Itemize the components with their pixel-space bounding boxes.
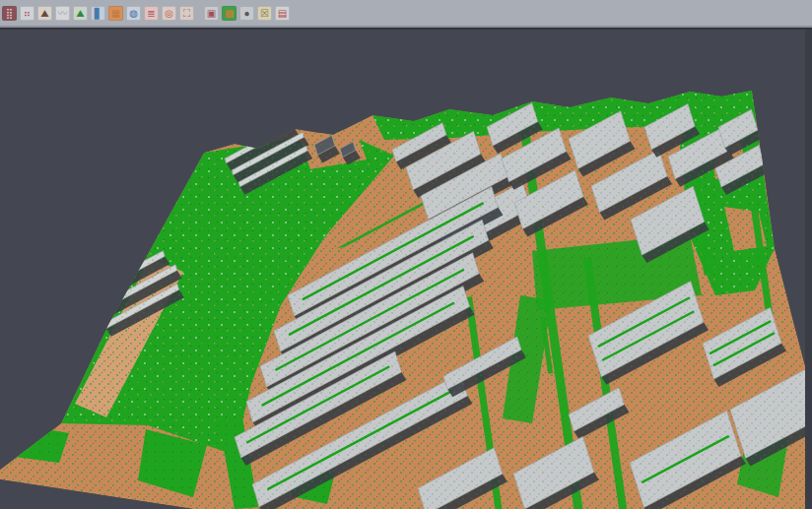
render-sphere-icon[interactable]: ● [239,6,254,21]
orthophoto-icon[interactable]: ▦ [108,6,123,21]
open-point-cloud-icon[interactable]: ⣿ [2,6,17,21]
crop-region-icon[interactable]: ⛶ [179,6,194,21]
profile-view-icon[interactable]: ▋ [91,6,105,21]
snapshot-icon[interactable]: ▣ [204,6,219,21]
main-toolbar: ⣿⠶⛰〰⛰▋▦◍≣◎⛶▣▩●☒▤ [0,0,812,28]
clear-selection-icon[interactable]: ☒ [257,6,272,21]
layer-stack-icon[interactable]: ≣ [144,6,159,21]
dtm-terrain-icon[interactable]: ⛰ [73,6,88,21]
dsm-terrain-icon[interactable]: ⛰ [37,6,52,21]
globe-icon[interactable]: ◍ [126,6,141,21]
contours-icon[interactable]: 〰 [55,6,70,21]
classification-map-icon[interactable]: ▩ [222,6,237,21]
classified-points-icon[interactable]: ⠶ [20,6,34,21]
target-circle-icon[interactable]: ◎ [162,6,176,21]
viewport-right-edge [805,28,812,509]
measure-tool-icon[interactable]: ▤ [275,6,290,21]
viewport-canvas[interactable] [0,0,812,509]
